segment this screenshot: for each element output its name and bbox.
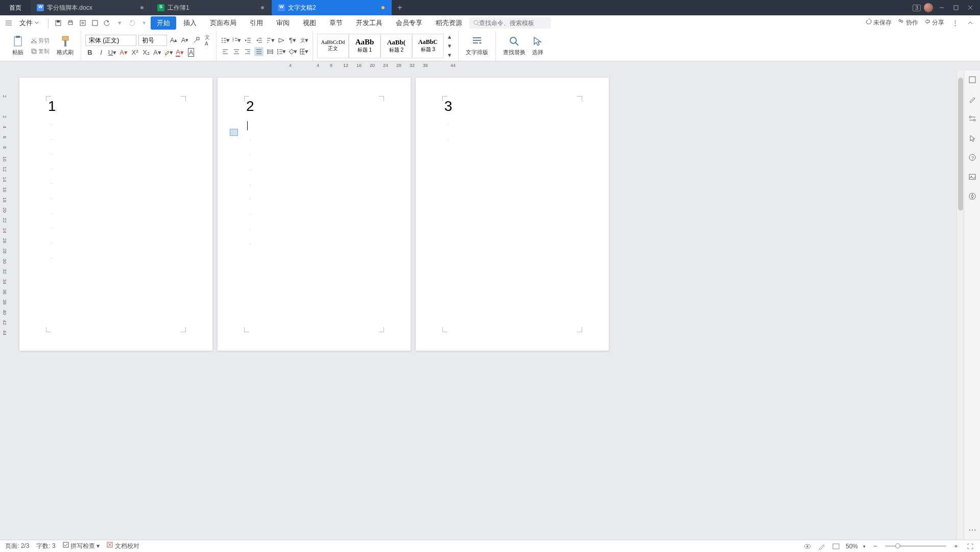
zoom-slider[interactable] — [885, 545, 946, 547]
notification-badge[interactable]: 3 — [913, 5, 921, 11]
tab-home[interactable]: 首页 — [0, 0, 31, 15]
indent-decrease-icon[interactable] — [243, 36, 252, 45]
save-icon[interactable] — [54, 18, 63, 28]
menu-dev[interactable]: 开发工具 — [350, 16, 389, 30]
redo-icon[interactable] — [127, 18, 136, 28]
preview-icon[interactable] — [90, 18, 100, 28]
sort-icon[interactable]: ▾ — [266, 36, 275, 45]
image-icon[interactable] — [967, 172, 977, 182]
menu-review[interactable]: 审阅 — [270, 16, 296, 30]
zoom-out-button[interactable]: − — [871, 542, 880, 551]
style-h3[interactable]: AaBbC标题 3 — [412, 34, 444, 58]
properties-icon[interactable] — [967, 75, 977, 85]
copy-button[interactable]: 复制 — [29, 47, 52, 56]
bold-icon[interactable]: B — [85, 48, 94, 57]
menu-start[interactable]: 开始 — [151, 16, 176, 30]
settings-icon[interactable] — [967, 113, 977, 124]
proofing[interactable]: 文档校对 — [107, 542, 139, 550]
compass-icon[interactable] — [967, 191, 977, 201]
highlight-icon[interactable]: ▾ — [164, 48, 173, 57]
cursor-icon[interactable] — [967, 133, 977, 143]
grow-font-icon[interactable]: A▴ — [169, 36, 178, 45]
line-spacing-icon[interactable]: ▾ — [277, 47, 286, 56]
paste-options-icon[interactable] — [230, 129, 238, 136]
align-distribute-icon[interactable] — [266, 47, 275, 56]
page-2[interactable]: 2. ˙ ˙ ˙ ˙ ˙ ˙ ˙ ˙ — [218, 78, 411, 351]
avatar[interactable] — [924, 3, 933, 12]
style-more-icon[interactable]: ▾ — [445, 51, 454, 60]
menu-vip[interactable]: 会员专享 — [390, 16, 428, 30]
superscript-icon[interactable]: X² — [130, 48, 139, 57]
eye-icon[interactable] — [803, 542, 812, 551]
paste-button[interactable]: 粘贴 — [9, 33, 27, 59]
zoom-level[interactable]: 50% — [846, 543, 858, 550]
unsaved-button[interactable]: 未保存 — [866, 18, 892, 27]
shading-icon[interactable]: ▾ — [288, 47, 297, 56]
font-size-select[interactable]: 初号 — [138, 35, 167, 46]
print-icon[interactable] — [66, 18, 75, 28]
page-indicator[interactable]: 页面: 2/3 — [5, 542, 29, 550]
fullscreen-icon[interactable] — [966, 542, 975, 551]
tab-doc-2[interactable]: 文字文稿2 — [272, 0, 392, 15]
style-h2[interactable]: AaBb(标题 2 — [380, 34, 412, 58]
strikethrough-icon[interactable]: A▾ — [119, 48, 128, 57]
undo-icon[interactable] — [103, 18, 112, 28]
char-border-icon[interactable]: A — [186, 48, 196, 57]
maximize-button[interactable] — [950, 2, 962, 13]
page-1[interactable]: 1. ˙ ˙ ˙ ˙ ˙ ˙ ˙ ˙ ˙ ˙ — [19, 78, 212, 351]
close-button[interactable] — [965, 2, 976, 13]
clear-format-icon[interactable] — [192, 36, 201, 45]
file-menu[interactable]: 文件 — [15, 17, 43, 29]
style-h1[interactable]: AaBb标题 1 — [349, 34, 380, 58]
vertical-scrollbar[interactable] — [957, 71, 964, 540]
spell-check[interactable]: 拼写检查 ▾ — [63, 542, 100, 550]
align-right-icon[interactable] — [243, 47, 252, 56]
zoom-dropdown-icon[interactable]: ▾ — [863, 544, 866, 549]
more-icon[interactable]: ⋮ — [950, 18, 960, 28]
more-dots-icon[interactable]: ⋯ — [967, 524, 977, 535]
scrollbar-thumb[interactable] — [958, 78, 963, 211]
menu-view[interactable]: 视图 — [297, 16, 322, 30]
zoom-in-button[interactable]: + — [951, 542, 961, 551]
ruler-vertical[interactable]: 2 2 4 6 8 10 12 14 16 18 20 22 24 26 28 … — [0, 71, 9, 540]
pen-icon[interactable] — [817, 542, 826, 551]
minimize-button[interactable] — [936, 2, 947, 13]
cut-button[interactable]: 剪切 — [29, 36, 52, 45]
redo-dropdown[interactable]: ▾ — [139, 18, 149, 28]
style-up-icon[interactable]: ▴ — [445, 32, 454, 41]
find-replace-button[interactable]: 查找替换 — [500, 33, 529, 59]
ruler-horizontal[interactable]: 4 4 8 12 16 20 24 28 32 36 44 — [9, 61, 980, 71]
text-effect-icon[interactable]: A▾ — [153, 48, 162, 57]
tab-add-button[interactable]: + — [392, 0, 408, 15]
pencil-icon[interactable] — [967, 94, 977, 104]
style-down-icon[interactable]: ▾ — [445, 41, 454, 51]
shrink-font-icon[interactable]: A▾ — [180, 36, 189, 45]
subscript-icon[interactable]: X₂ — [141, 48, 151, 57]
help-icon[interactable]: ? — [967, 152, 977, 163]
phonetic-icon[interactable]: 文A — [203, 36, 212, 45]
bullet-list-icon[interactable]: ▾ — [221, 36, 230, 45]
align-center-icon[interactable] — [232, 47, 241, 56]
font-name-select[interactable]: 宋体 (正文) — [85, 35, 136, 46]
number-list-icon[interactable]: 12▾ — [232, 36, 241, 45]
undo-dropdown[interactable]: ▾ — [115, 18, 124, 28]
menu-ref[interactable]: 引用 — [244, 16, 269, 30]
indent-increase-icon[interactable] — [254, 36, 264, 45]
zoom-handle[interactable] — [895, 543, 900, 548]
style-scroll[interactable]: ▴ ▾ ▾ — [445, 32, 454, 60]
view-mode-icon[interactable] — [831, 542, 841, 551]
search-box[interactable] — [469, 17, 551, 29]
pages-wrap[interactable]: 1. ˙ ˙ ˙ ˙ ˙ ˙ ˙ ˙ ˙ ˙ 2. ˙ — [9, 71, 957, 540]
print-preview-icon[interactable] — [78, 18, 87, 28]
tab-doc-1[interactable]: 工作簿1 — [151, 0, 272, 15]
share-button[interactable]: 分享 — [924, 18, 944, 27]
italic-icon[interactable]: I — [97, 48, 106, 57]
collapse-ribbon-icon[interactable] — [966, 18, 975, 28]
page-3[interactable]: 3. ˙ ˙ — [416, 78, 609, 351]
menu-docer[interactable]: 稻壳资源 — [429, 16, 468, 30]
collab-button[interactable]: 协作 — [898, 18, 918, 27]
menu-section[interactable]: 章节 — [323, 16, 349, 30]
font-color-icon[interactable]: A▾ — [175, 48, 184, 57]
align-justify-icon[interactable] — [254, 47, 264, 56]
style-body[interactable]: AaBbCcDd正文 — [317, 34, 349, 58]
